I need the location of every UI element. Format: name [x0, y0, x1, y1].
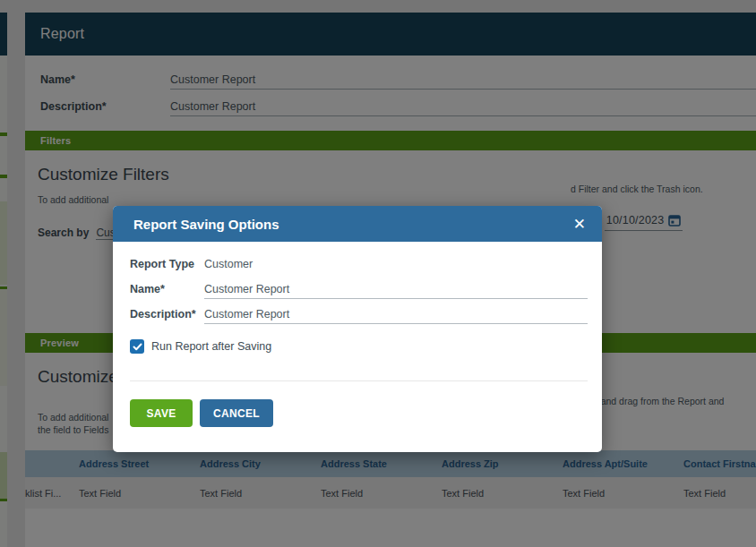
modal-name-input[interactable]	[204, 280, 588, 299]
report-type-row: Report Type Customer	[130, 254, 588, 274]
report-saving-options-modal: Report Saving Options ✕ Report Type Cust…	[113, 206, 602, 452]
run-report-checkbox[interactable]	[130, 339, 144, 354]
modal-header: Report Saving Options ✕	[113, 206, 602, 242]
modal-description-label: Description*	[130, 308, 204, 321]
modal-title: Report Saving Options	[133, 217, 573, 232]
run-report-checkbox-label: Run Report after Saving	[151, 340, 271, 353]
save-button[interactable]: SAVE	[130, 399, 193, 427]
run-report-checkbox-row: Run Report after Saving	[130, 339, 588, 354]
modal-name-row: Name*	[130, 279, 588, 299]
modal-description-row: Description*	[130, 304, 588, 324]
report-type-label: Report Type	[130, 258, 204, 270]
check-icon	[133, 342, 142, 352]
cancel-button[interactable]: CANCEL	[200, 399, 273, 427]
modal-description-input[interactable]	[204, 305, 588, 324]
report-type-value: Customer	[204, 258, 253, 270]
modal-button-row: SAVE CANCEL	[130, 381, 588, 427]
page: Report Name* Description* Filters Custom…	[0, 0, 756, 547]
modal-body: Report Type Customer Name* Description* …	[113, 242, 602, 427]
modal-name-label: Name*	[130, 283, 204, 295]
close-icon[interactable]: ✕	[573, 217, 586, 232]
